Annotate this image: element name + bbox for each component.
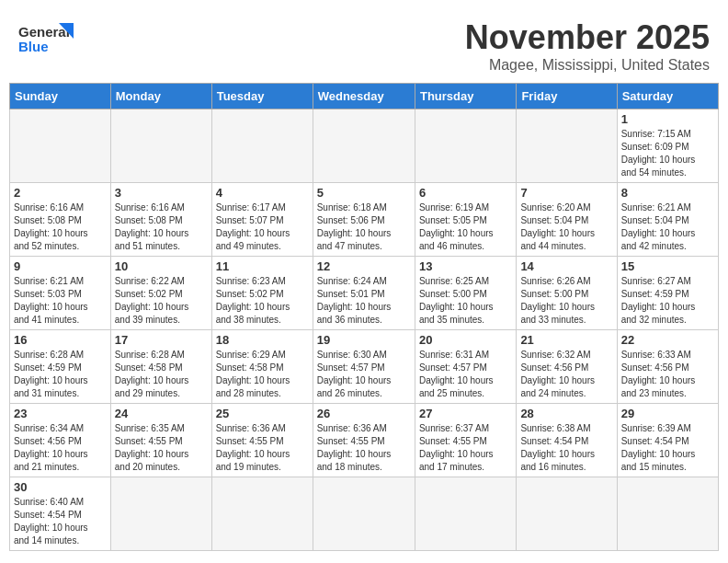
day-info: Sunrise: 6:29 AM Sunset: 4:58 PM Dayligh…: [216, 349, 309, 400]
col-header-monday: Monday: [110, 84, 211, 109]
day-info: Sunrise: 6:21 AM Sunset: 5:04 PM Dayligh…: [621, 201, 714, 253]
day-info: Sunrise: 6:31 AM Sunset: 4:57 PM Dayligh…: [419, 349, 512, 400]
day-info: Sunrise: 6:40 AM Sunset: 4:54 PM Dayligh…: [14, 496, 107, 547]
day-info: Sunrise: 6:30 AM Sunset: 4:57 PM Dayligh…: [317, 349, 411, 400]
day-info: Sunrise: 6:35 AM Sunset: 4:55 PM Dayligh…: [115, 422, 208, 474]
day-number: 21: [520, 333, 612, 347]
calendar-cell: 19Sunrise: 6:30 AM Sunset: 4:57 PM Dayli…: [313, 330, 415, 404]
calendar-cell: [415, 109, 516, 183]
col-header-wednesday: Wednesday: [313, 84, 415, 109]
col-header-friday: Friday: [517, 84, 617, 109]
calendar-cell: [211, 477, 313, 551]
calendar-cell: 17Sunrise: 6:28 AM Sunset: 4:58 PM Dayli…: [110, 330, 211, 404]
day-info: Sunrise: 6:25 AM Sunset: 5:00 PM Dayligh…: [419, 275, 512, 327]
day-info: Sunrise: 6:17 AM Sunset: 5:07 PM Dayligh…: [216, 201, 309, 253]
col-header-saturday: Saturday: [617, 84, 718, 109]
day-number: 13: [419, 259, 512, 273]
calendar-cell: 29Sunrise: 6:39 AM Sunset: 4:54 PM Dayli…: [617, 404, 718, 477]
day-number: 11: [216, 259, 309, 273]
day-info: Sunrise: 6:22 AM Sunset: 5:02 PM Dayligh…: [115, 275, 208, 327]
month-title: November 2025: [465, 18, 710, 57]
logo: General Blue: [18, 18, 74, 55]
calendar-cell: [110, 477, 211, 551]
calendar-cell: 6Sunrise: 6:19 AM Sunset: 5:05 PM Daylig…: [415, 183, 516, 257]
day-number: 3: [115, 186, 208, 200]
calendar-cell: [415, 477, 516, 551]
calendar-cell: 23Sunrise: 6:34 AM Sunset: 4:56 PM Dayli…: [10, 404, 111, 477]
calendar-cell: 28Sunrise: 6:38 AM Sunset: 4:54 PM Dayli…: [517, 404, 617, 477]
day-info: Sunrise: 6:39 AM Sunset: 4:54 PM Dayligh…: [621, 422, 714, 474]
logo-icon: General Blue: [18, 18, 74, 55]
calendar-cell: 26Sunrise: 6:36 AM Sunset: 4:55 PM Dayli…: [313, 404, 415, 477]
calendar-cell: 27Sunrise: 6:37 AM Sunset: 4:55 PM Dayli…: [415, 404, 516, 477]
calendar-cell: [517, 477, 617, 551]
day-number: 12: [317, 259, 411, 273]
day-info: Sunrise: 6:26 AM Sunset: 5:00 PM Dayligh…: [520, 275, 612, 327]
day-info: Sunrise: 6:18 AM Sunset: 5:06 PM Dayligh…: [317, 201, 411, 253]
col-header-sunday: Sunday: [10, 84, 111, 109]
day-number: 29: [621, 407, 714, 420]
calendar-cell: 30Sunrise: 6:40 AM Sunset: 4:54 PM Dayli…: [10, 477, 111, 551]
calendar-week-1: 1Sunrise: 7:15 AM Sunset: 6:09 PM Daylig…: [10, 109, 719, 183]
day-info: Sunrise: 6:19 AM Sunset: 5:05 PM Dayligh…: [419, 201, 512, 253]
calendar-cell: 21Sunrise: 6:32 AM Sunset: 4:56 PM Dayli…: [517, 330, 617, 404]
calendar-cell: 3Sunrise: 6:16 AM Sunset: 5:08 PM Daylig…: [110, 183, 211, 257]
day-number: 4: [216, 186, 309, 200]
calendar-cell: 25Sunrise: 6:36 AM Sunset: 4:55 PM Dayli…: [211, 404, 313, 477]
day-number: 18: [216, 333, 309, 347]
calendar-cell: [313, 477, 415, 551]
day-number: 14: [520, 259, 612, 273]
day-info: Sunrise: 6:20 AM Sunset: 5:04 PM Dayligh…: [520, 201, 612, 253]
calendar-cell: 7Sunrise: 6:20 AM Sunset: 5:04 PM Daylig…: [517, 183, 617, 257]
day-info: Sunrise: 6:36 AM Sunset: 4:55 PM Dayligh…: [216, 422, 309, 474]
calendar-week-3: 9Sunrise: 6:21 AM Sunset: 5:03 PM Daylig…: [10, 257, 719, 330]
day-number: 17: [115, 333, 208, 347]
calendar-cell: [110, 109, 211, 183]
calendar-cell: 9Sunrise: 6:21 AM Sunset: 5:03 PM Daylig…: [10, 257, 111, 330]
day-info: Sunrise: 7:15 AM Sunset: 6:09 PM Dayligh…: [621, 128, 714, 179]
day-number: 15: [621, 259, 714, 273]
calendar-week-4: 16Sunrise: 6:28 AM Sunset: 4:59 PM Dayli…: [10, 330, 719, 404]
day-info: Sunrise: 6:37 AM Sunset: 4:55 PM Dayligh…: [419, 422, 512, 474]
day-info: Sunrise: 6:27 AM Sunset: 4:59 PM Dayligh…: [621, 275, 714, 327]
day-info: Sunrise: 6:33 AM Sunset: 4:56 PM Dayligh…: [621, 349, 714, 400]
calendar-cell: 8Sunrise: 6:21 AM Sunset: 5:04 PM Daylig…: [617, 183, 718, 257]
calendar: SundayMondayTuesdayWednesdayThursdayFrid…: [9, 83, 719, 551]
calendar-week-6: 30Sunrise: 6:40 AM Sunset: 4:54 PM Dayli…: [10, 477, 719, 551]
calendar-cell: [10, 109, 111, 183]
calendar-cell: 11Sunrise: 6:23 AM Sunset: 5:02 PM Dayli…: [211, 257, 313, 330]
day-number: 23: [14, 407, 107, 420]
day-number: 26: [317, 407, 411, 420]
calendar-cell: 20Sunrise: 6:31 AM Sunset: 4:57 PM Dayli…: [415, 330, 516, 404]
day-number: 22: [621, 333, 714, 347]
day-number: 25: [216, 407, 309, 420]
day-number: 19: [317, 333, 411, 347]
day-info: Sunrise: 6:24 AM Sunset: 5:01 PM Dayligh…: [317, 275, 411, 327]
calendar-cell: 10Sunrise: 6:22 AM Sunset: 5:02 PM Dayli…: [110, 257, 211, 330]
day-info: Sunrise: 6:36 AM Sunset: 4:55 PM Dayligh…: [317, 422, 411, 474]
calendar-cell: 4Sunrise: 6:17 AM Sunset: 5:07 PM Daylig…: [211, 183, 313, 257]
day-info: Sunrise: 6:32 AM Sunset: 4:56 PM Dayligh…: [520, 349, 612, 400]
day-info: Sunrise: 6:21 AM Sunset: 5:03 PM Dayligh…: [14, 275, 107, 327]
day-number: 16: [14, 333, 107, 347]
day-number: 6: [419, 186, 512, 200]
day-number: 20: [419, 333, 512, 347]
calendar-week-5: 23Sunrise: 6:34 AM Sunset: 4:56 PM Dayli…: [10, 404, 719, 477]
calendar-cell: 15Sunrise: 6:27 AM Sunset: 4:59 PM Dayli…: [617, 257, 718, 330]
title-area: November 2025 Magee, Mississippi, United…: [465, 18, 710, 74]
day-number: 1: [621, 112, 714, 126]
day-info: Sunrise: 6:16 AM Sunset: 5:08 PM Dayligh…: [115, 201, 208, 253]
day-number: 2: [14, 186, 107, 200]
day-number: 9: [14, 259, 107, 273]
col-header-tuesday: Tuesday: [211, 84, 313, 109]
calendar-cell: 2Sunrise: 6:16 AM Sunset: 5:08 PM Daylig…: [10, 183, 111, 257]
svg-text:Blue: Blue: [18, 39, 49, 54]
day-info: Sunrise: 6:28 AM Sunset: 4:58 PM Dayligh…: [115, 349, 208, 400]
calendar-cell: [617, 477, 718, 551]
calendar-cell: 5Sunrise: 6:18 AM Sunset: 5:06 PM Daylig…: [313, 183, 415, 257]
calendar-cell: 24Sunrise: 6:35 AM Sunset: 4:55 PM Dayli…: [110, 404, 211, 477]
calendar-cell: 18Sunrise: 6:29 AM Sunset: 4:58 PM Dayli…: [211, 330, 313, 404]
calendar-header-row: SundayMondayTuesdayWednesdayThursdayFrid…: [10, 84, 719, 109]
calendar-week-2: 2Sunrise: 6:16 AM Sunset: 5:08 PM Daylig…: [10, 183, 719, 257]
location-title: Magee, Mississippi, United States: [465, 57, 710, 74]
